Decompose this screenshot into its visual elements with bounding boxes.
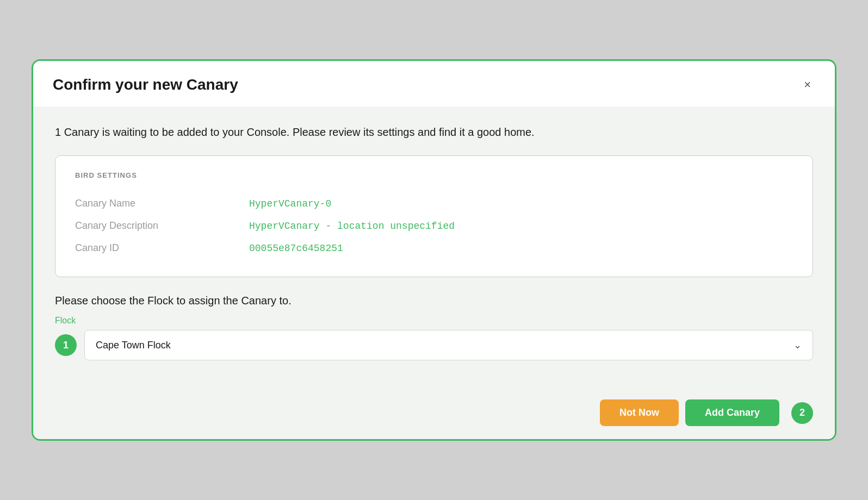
modal-header: Confirm your new Canary × [33, 61, 835, 107]
modal-container: Confirm your new Canary × 1 Canary is wa… [32, 59, 836, 441]
flock-label: Flock [55, 316, 813, 326]
choose-flock-text: Please choose the Flock to assign the Ca… [55, 295, 813, 307]
intro-text: 1 Canary is waiting to be added to your … [55, 124, 813, 140]
bird-settings-title: BIRD SETTINGS [75, 171, 793, 179]
canary-name-row: Canary Name HyperVCanary-0 [75, 192, 793, 215]
footer-buttons: Not Now Add Canary 2 [600, 399, 813, 426]
bird-settings-card: BIRD SETTINGS Canary Name HyperVCanary-0… [55, 155, 813, 277]
flock-selected-value: Cape Town Flock [96, 340, 171, 351]
canary-name-value: HyperVCanary-0 [249, 198, 331, 209]
flock-dropdown[interactable]: Cape Town Flock ⌄ [84, 330, 813, 360]
add-canary-button[interactable]: Add Canary [685, 399, 779, 426]
canary-description-label: Canary Description [75, 220, 249, 232]
modal-title: Confirm your new Canary [53, 76, 238, 93]
canary-id-value: 00055e87c6458251 [249, 243, 343, 254]
flock-select-wrapper: 1 Cape Town Flock ⌄ [55, 330, 813, 360]
canary-id-label: Canary ID [75, 242, 249, 254]
flock-section: Please choose the Flock to assign the Ca… [55, 295, 813, 360]
footer-step-badge: 2 [791, 402, 813, 424]
modal-footer: Not Now Add Canary 2 [33, 391, 835, 439]
not-now-button[interactable]: Not Now [600, 399, 679, 426]
close-button[interactable]: × [799, 77, 815, 93]
modal-body: 1 Canary is waiting to be added to your … [33, 107, 835, 391]
canary-name-label: Canary Name [75, 198, 249, 209]
canary-description-row: Canary Description HyperVCanary - locati… [75, 215, 793, 237]
canary-description-value: HyperVCanary - location unspecified [249, 221, 455, 232]
flock-step-badge: 1 [55, 334, 77, 356]
chevron-up-icon: ⌄ [793, 339, 802, 351]
canary-id-row: Canary ID 00055e87c6458251 [75, 237, 793, 259]
